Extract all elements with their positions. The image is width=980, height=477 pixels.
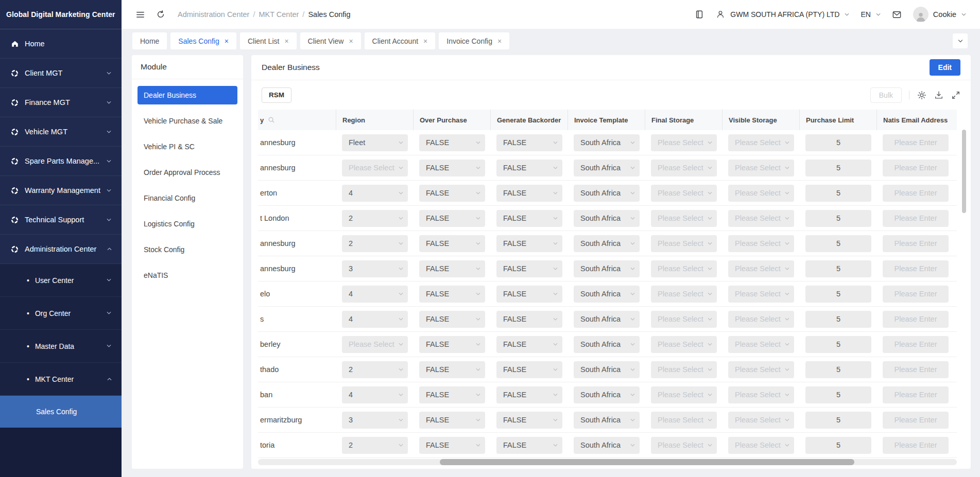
invoice-template-select[interactable]: South Africa — [574, 134, 640, 151]
purchase-limit-input[interactable]: 5 — [805, 134, 871, 151]
search-icon[interactable] — [268, 116, 276, 124]
invoice-template-select[interactable]: South Africa — [574, 185, 640, 202]
generate-backorder-select[interactable]: FALSE — [496, 134, 562, 151]
download-icon[interactable] — [934, 91, 943, 100]
over-purchase-select[interactable]: FALSE — [419, 185, 485, 202]
region-select[interactable]: 3 — [342, 260, 408, 277]
visible-storage-select[interactable]: Please Select — [728, 336, 794, 353]
visible-storage-select[interactable]: Please Select — [728, 185, 794, 202]
visible-storage-select[interactable]: Please Select — [728, 235, 794, 252]
generate-backorder-select[interactable]: FALSE — [496, 437, 562, 454]
module-item-vehicle-pi-sc[interactable]: Vehicle PI & SC — [137, 134, 237, 160]
generate-backorder-select[interactable]: FALSE — [496, 412, 562, 429]
region-select[interactable]: 3 — [342, 412, 408, 429]
over-purchase-select[interactable]: FALSE — [419, 210, 485, 227]
invoice-template-select[interactable]: South Africa — [574, 336, 640, 353]
region-select[interactable]: Please Select — [342, 160, 408, 176]
generate-backorder-select[interactable]: FALSE — [496, 361, 562, 378]
final-storage-select[interactable]: Please Select — [651, 386, 717, 403]
module-item-logistics-config[interactable]: Logistics Config — [137, 211, 237, 237]
generate-backorder-select[interactable]: FALSE — [496, 336, 562, 353]
close-tab-icon[interactable]: × — [225, 38, 229, 45]
over-purchase-select[interactable]: FALSE — [419, 286, 485, 303]
horizontal-scrollbar-thumb[interactable] — [440, 459, 854, 465]
purchase-limit-input[interactable]: 5 — [805, 260, 871, 277]
user-menu[interactable]: Cookie — [913, 7, 967, 22]
over-purchase-select[interactable]: FALSE — [419, 235, 485, 252]
region-select[interactable]: Please Select — [342, 336, 408, 353]
over-purchase-select[interactable]: FALSE — [419, 386, 485, 403]
natis-email-input[interactable]: Please Enter — [883, 185, 949, 202]
natis-email-input[interactable]: Please Enter — [883, 311, 949, 328]
natis-email-input[interactable]: Please Enter — [883, 260, 949, 277]
region-select[interactable]: Fleet — [342, 134, 408, 151]
sidebar-item-mkt-center[interactable]: •MKT Center — [0, 363, 122, 396]
module-item-financial-config[interactable]: Financial Config — [137, 185, 237, 211]
module-item-enatis[interactable]: eNaTIS — [137, 262, 237, 288]
purchase-limit-input[interactable]: 5 — [805, 160, 871, 176]
sidebar-item-finance-mgt[interactable]: Finance MGT — [0, 88, 122, 117]
vertical-scrollbar-thumb[interactable] — [962, 130, 966, 213]
edit-button[interactable]: Edit — [930, 59, 960, 76]
invoice-template-select[interactable]: South Africa — [574, 160, 640, 176]
purchase-limit-input[interactable]: 5 — [805, 311, 871, 328]
generate-backorder-select[interactable]: FALSE — [496, 185, 562, 202]
language-selector[interactable]: EN — [861, 10, 881, 19]
visible-storage-select[interactable]: Please Select — [728, 361, 794, 378]
natis-email-input[interactable]: Please Enter — [883, 336, 949, 353]
sidebar-item-warranty-management[interactable]: Warranty Management — [0, 176, 122, 205]
close-tab-icon[interactable]: × — [423, 38, 427, 45]
over-purchase-select[interactable]: FALSE — [419, 134, 485, 151]
visible-storage-select[interactable]: Please Select — [728, 286, 794, 303]
breadcrumb-item[interactable]: Administration Center — [178, 10, 249, 19]
generate-backorder-select[interactable]: FALSE — [496, 286, 562, 303]
purchase-limit-input[interactable]: 5 — [805, 210, 871, 227]
tab-client-list[interactable]: Client List× — [240, 32, 297, 49]
final-storage-select[interactable]: Please Select — [651, 412, 717, 429]
purchase-limit-input[interactable]: 5 — [805, 336, 871, 353]
settings-gear-icon[interactable] — [917, 91, 926, 100]
tab-sales-config[interactable]: Sales Config× — [170, 32, 236, 49]
invoice-template-select[interactable]: South Africa — [574, 286, 640, 303]
close-tab-icon[interactable]: × — [284, 38, 288, 45]
region-select[interactable]: 4 — [342, 386, 408, 403]
purchase-limit-input[interactable]: 5 — [805, 437, 871, 454]
purchase-limit-input[interactable]: 5 — [805, 286, 871, 303]
final-storage-select[interactable]: Please Select — [651, 437, 717, 454]
over-purchase-select[interactable]: FALSE — [419, 437, 485, 454]
refresh-icon[interactable] — [156, 9, 166, 20]
region-select[interactable]: 4 — [342, 311, 408, 328]
final-storage-select[interactable]: Please Select — [651, 235, 717, 252]
natis-email-input[interactable]: Please Enter — [883, 361, 949, 378]
horizontal-scrollbar[interactable] — [258, 459, 957, 465]
module-item-dealer-business[interactable]: Dealer Business — [137, 86, 237, 104]
tab-overflow-button[interactable] — [953, 33, 968, 48]
close-tab-icon[interactable]: × — [497, 38, 502, 45]
over-purchase-select[interactable]: FALSE — [419, 361, 485, 378]
visible-storage-select[interactable]: Please Select — [728, 412, 794, 429]
region-select[interactable]: 4 — [342, 286, 408, 303]
region-select[interactable]: 2 — [342, 437, 408, 454]
visible-storage-select[interactable]: Please Select — [728, 134, 794, 151]
tab-home[interactable]: Home — [132, 32, 167, 49]
final-storage-select[interactable]: Please Select — [651, 336, 717, 353]
final-storage-select[interactable]: Please Select — [651, 361, 717, 378]
final-storage-select[interactable]: Please Select — [651, 160, 717, 176]
over-purchase-select[interactable]: FALSE — [419, 311, 485, 328]
natis-email-input[interactable]: Please Enter — [883, 437, 949, 454]
invoice-template-select[interactable]: South Africa — [574, 260, 640, 277]
generate-backorder-select[interactable]: FALSE — [496, 235, 562, 252]
final-storage-select[interactable]: Please Select — [651, 210, 717, 227]
sidebar-item-vehicle-mgt[interactable]: Vehicle MGT — [0, 117, 122, 147]
generate-backorder-select[interactable]: FALSE — [496, 210, 562, 227]
final-storage-select[interactable]: Please Select — [651, 260, 717, 277]
visible-storage-select[interactable]: Please Select — [728, 210, 794, 227]
natis-email-input[interactable]: Please Enter — [883, 386, 949, 403]
sidebar-item-sales-config[interactable]: Sales Config — [0, 396, 122, 428]
invoice-template-select[interactable]: South Africa — [574, 311, 640, 328]
breadcrumb-item[interactable]: MKT Center — [259, 10, 299, 19]
breadcrumb-item[interactable]: Sales Config — [308, 10, 350, 19]
handbook-icon[interactable] — [694, 9, 704, 20]
natis-email-input[interactable]: Please Enter — [883, 286, 949, 303]
sidebar-item-spare-parts-manage[interactable]: Spare Parts Manage... — [0, 147, 122, 176]
